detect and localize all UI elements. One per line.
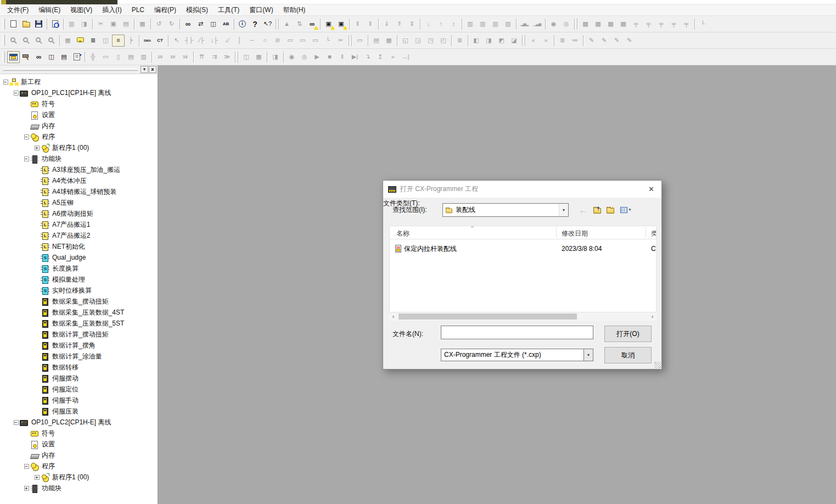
connect-line-button[interactable]: └	[322, 35, 334, 47]
tree-item[interactable]: 长度换算	[0, 263, 158, 274]
tree-item[interactable]: +新程序1 (00)	[0, 142, 158, 153]
tree-expand-toggle[interactable]: −	[14, 91, 19, 96]
column-header-type[interactable]: 类	[651, 229, 657, 238]
tree-item[interactable]: 设置	[0, 109, 158, 120]
zoom-select-button[interactable]	[7, 35, 20, 47]
simulator-run-button[interactable]: ▶	[311, 51, 323, 63]
compact-rung-display-button[interactable]: ≡	[112, 35, 125, 47]
menu-item[interactable]: 编辑(E)	[33, 4, 65, 16]
force-cancel-button[interactable]: ◎	[560, 18, 573, 30]
output-window-button[interactable]: ▤	[58, 51, 70, 63]
rack-setup-button[interactable]: ╤	[667, 18, 680, 30]
new-contact-button[interactable]: ┤├	[183, 35, 195, 47]
tree-item[interactable]: A7产品搬运2	[0, 230, 158, 241]
show-comments-button[interactable]	[74, 35, 87, 47]
tree-item[interactable]: 内存	[0, 450, 158, 461]
instruction-detail-button[interactable]: ▭	[296, 35, 309, 47]
print-preview-button[interactable]: ◨	[78, 18, 91, 30]
menu-item[interactable]: 编程(P)	[149, 4, 181, 16]
resize-grip[interactable]	[654, 362, 661, 368]
tree-item[interactable]: Qual_judge	[0, 252, 158, 263]
cancel-button[interactable]: 取消	[604, 347, 652, 363]
differential-monitor-button[interactable]: ▥	[502, 18, 514, 30]
open-project-button[interactable]	[20, 18, 32, 30]
unit-setup-button[interactable]: ╤	[680, 18, 693, 30]
up-one-level-button[interactable]	[591, 204, 603, 216]
column-header-date-modified[interactable]: 修改日期	[562, 229, 588, 238]
search-results-button[interactable]: ◫	[207, 18, 220, 30]
simulator-step-in-button[interactable]: ↴	[361, 51, 374, 63]
help-topics-button[interactable]: ?	[249, 18, 261, 30]
scroll-right-arrow[interactable]: ›	[648, 312, 657, 321]
pause-monitor-button[interactable]: ▥	[489, 18, 502, 30]
tree-expand-toggle[interactable]: −	[24, 156, 29, 161]
selection-mode-button[interactable]: ↖	[170, 35, 183, 47]
set-value-button[interactable]: ◱	[399, 35, 412, 47]
zoom-to-fit-button[interactable]	[45, 35, 58, 47]
dialog-close-button[interactable]: ✕	[646, 185, 657, 193]
show-symbol-bar-button[interactable]: SMA	[141, 35, 154, 47]
fb-protect-button[interactable]: ▥	[137, 51, 150, 63]
plc-clock-button[interactable]: ╤	[630, 18, 642, 30]
online-edit-button[interactable]: ◨	[269, 51, 282, 63]
tree-expand-toggle[interactable]: +	[35, 475, 40, 480]
tree-item[interactable]: 伺服压装	[0, 406, 158, 417]
tree-item[interactable]: 伺服摆动	[0, 373, 158, 384]
compare-with-plc-button[interactable]: ⇕	[406, 18, 418, 30]
new-closed-contact-button[interactable]: ⁄├	[195, 35, 208, 47]
properties-button[interactable]	[70, 51, 83, 63]
replace-button[interactable]: ⇄	[194, 18, 207, 30]
monitor-hex-button[interactable]: 16	[179, 51, 192, 63]
copy-button[interactable]: ▣	[107, 18, 120, 30]
tree-item[interactable]: 模拟量处理	[0, 274, 158, 285]
tree-item[interactable]: −OP10_PLC1[CP1H-E] 离线	[0, 87, 158, 98]
simulator-step-button[interactable]: ▶|	[349, 51, 361, 63]
print-button[interactable]: ▥	[65, 18, 78, 30]
new-project-button[interactable]	[7, 18, 20, 30]
set-bit-button[interactable]: ◳	[424, 35, 437, 47]
tree-expand-toggle[interactable]: +	[24, 486, 29, 491]
force-set-button[interactable]: ◉	[547, 18, 560, 30]
color-pen-1-button[interactable]: ✎	[585, 35, 598, 47]
find-file-button[interactable]	[49, 18, 61, 30]
watch-window-button[interactable]: ∞	[32, 51, 45, 63]
tree-expand-toggle[interactable]: −	[14, 420, 19, 425]
plc-settings-button[interactable]: ▩	[592, 18, 604, 30]
layers-button[interactable]: ▤	[370, 35, 383, 47]
back-button[interactable]: ←	[577, 204, 589, 216]
hierarchy-button[interactable]: └	[697, 18, 709, 30]
menu-item[interactable]: 视图(V)	[65, 4, 97, 16]
color-pen-3-button[interactable]: ✎	[610, 35, 623, 47]
instruction-edit-button[interactable]: ▭	[309, 35, 322, 47]
simulator-stop-button[interactable]: ■	[323, 51, 336, 63]
profile-monitor-button[interactable]: ╤	[655, 18, 667, 30]
work-online-button[interactable]: ▣	[322, 18, 335, 30]
menu-item[interactable]: 插入(I)	[97, 4, 126, 16]
new-fb-invocation-button[interactable]: ▭	[354, 35, 366, 47]
context-help-button[interactable]: ↖?	[261, 18, 274, 30]
find-button[interactable]: ∞	[182, 18, 194, 30]
color-pen-4-button[interactable]: ✎	[623, 35, 636, 47]
cut-button[interactable]: ✂	[94, 18, 107, 30]
delete-line-button[interactable]: ✂	[334, 35, 347, 47]
change-value-button[interactable]: ◲	[412, 35, 424, 47]
file-type-dropdown-arrow[interactable]: ▼	[583, 349, 593, 361]
paste-rung-button[interactable]: ▦	[136, 18, 149, 30]
menu-item[interactable]: 窗口(W)	[244, 4, 278, 16]
horizontal-scrollbar[interactable]: ‹ ›	[389, 312, 657, 321]
window-tile-button[interactable]: ▦	[253, 51, 265, 63]
new-closed-or-contact-button[interactable]: ↓⁄	[221, 35, 233, 47]
show-tree-view-button[interactable]: ╞	[125, 35, 137, 47]
tree-item[interactable]: 数据采集_压装数据_5ST	[0, 318, 158, 329]
download-to-plc-button[interactable]: ⇓	[380, 18, 393, 30]
show-io-comment-button[interactable]: ◫	[99, 35, 112, 47]
tree-item[interactable]: 数据计算_涂油量	[0, 351, 158, 362]
tree-item[interactable]: 数据转移	[0, 362, 158, 373]
tree-item[interactable]: 实时位移换算	[0, 285, 158, 296]
new-closed-coil-button[interactable]: ⊘	[271, 35, 284, 47]
address-list-button[interactable]: ≔	[569, 35, 581, 47]
memory-cassette-button[interactable]: ▩	[604, 18, 617, 30]
tree-item[interactable]: 符号	[0, 98, 158, 109]
view-pane-2-button[interactable]: ◨	[482, 35, 495, 47]
tree-item[interactable]: −功能块	[0, 153, 158, 164]
